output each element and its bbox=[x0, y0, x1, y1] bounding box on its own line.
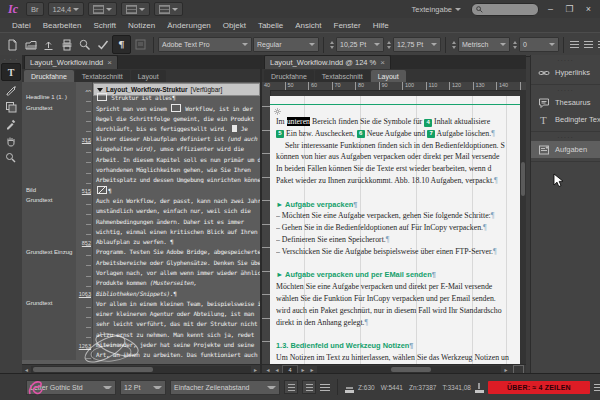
arrange-documents-dropdown[interactable] bbox=[154, 2, 183, 16]
type-tool[interactable]: T bbox=[1, 63, 21, 81]
menu-tabelle[interactable]: Tabelle bbox=[252, 21, 289, 30]
notes-tool[interactable] bbox=[2, 82, 20, 98]
document-page[interactable]: Im unteren Bereich finden Sie die Symbol… bbox=[270, 96, 520, 365]
notes-mode-button[interactable] bbox=[132, 36, 149, 53]
galley-content[interactable]: 40 Layout_Workflow-Struktur [Verfügbar] … bbox=[22, 82, 260, 365]
body-line[interactable]: direkt in den Anhang gelegt.¶ bbox=[276, 317, 520, 329]
tab-layout[interactable]: Layout bbox=[371, 70, 406, 82]
workspace-switcher[interactable]: Texteingabe bbox=[412, 5, 461, 14]
tracking-stepper[interactable] bbox=[511, 38, 518, 51]
body-line[interactable]: In beiden Fällen können Sie die Texte er… bbox=[276, 163, 520, 175]
panel-button-thesaurus[interactable]: Thesaurus bbox=[531, 94, 600, 111]
panel-button-bedingter-text[interactable]: TBedingter Text bbox=[531, 111, 600, 128]
position-tool[interactable] bbox=[2, 99, 20, 115]
menu-notizen[interactable]: Notizen bbox=[122, 21, 161, 30]
galley-line[interactable]: Headline 1 (1. ) Struktur ist alles¶ bbox=[22, 92, 260, 102]
close-tab-icon[interactable]: × bbox=[380, 58, 385, 67]
search-input[interactable] bbox=[471, 3, 539, 16]
kerning-select[interactable]: Metrisch bbox=[458, 37, 510, 52]
checkin-button[interactable] bbox=[40, 36, 57, 53]
menu-hilfe[interactable]: Hilfe bbox=[367, 21, 395, 30]
copyfit-menu-icon[interactable] bbox=[594, 384, 600, 391]
galley-line[interactable]: Grundtext EinzugProgramm. Testen Sie Ado… bbox=[22, 247, 260, 257]
body-line[interactable]: Sehr interessante Funktionen finden sich… bbox=[276, 140, 520, 152]
galley-line[interactable]: 1263miteinander, jeder hat seine Projekt… bbox=[22, 339, 260, 349]
panel-group-grip[interactable]: ····· bbox=[531, 134, 600, 141]
find-button[interactable] bbox=[76, 36, 93, 53]
tab-druckfahne[interactable]: Druckfahne bbox=[264, 70, 314, 82]
galley-line[interactable]: Arbeitsplatz und dessen Umgebung einrich… bbox=[22, 175, 260, 185]
next-page-button[interactable]: ► bbox=[299, 367, 307, 373]
body-line[interactable]: Paket wieder zu Ihnen zurückkommt. Abb. … bbox=[276, 175, 520, 187]
galley-line[interactable]: 852Ablaufplan zu werfen. ¶ bbox=[22, 236, 260, 246]
tab-druckfahne[interactable]: Druckfahne bbox=[24, 70, 74, 82]
galley-line[interactable]: Art, an ihnen zu arbeiten. Das funktioni… bbox=[22, 350, 260, 360]
font-size-stepper[interactable] bbox=[328, 38, 335, 51]
print-button[interactable] bbox=[58, 36, 75, 53]
font-style-select[interactable]: Regular bbox=[253, 37, 319, 52]
menu-änderungen[interactable]: Änderungen bbox=[161, 21, 217, 30]
menu-objekt[interactable]: Objekt bbox=[217, 21, 252, 30]
tab-textabschnitt[interactable]: Textabschnitt bbox=[75, 70, 130, 82]
layout-vertical-scrollbar[interactable] bbox=[520, 90, 526, 365]
body-line[interactable]: – Gehen Sie in die Bedienfeldoptionen au… bbox=[276, 222, 520, 234]
panel-grip[interactable]: · · · bbox=[4, 57, 18, 62]
align-center-button[interactable] bbox=[582, 38, 595, 51]
galley-line[interactable]: 1063Bibliotheken/Snippets).¶ bbox=[22, 288, 260, 298]
galley-line[interactable]: Rahmenbedingungen ändern. Daher ist es i… bbox=[22, 216, 260, 226]
line-numbers-toggle[interactable] bbox=[302, 380, 316, 394]
body-line[interactable]: Möchten Sie eine Aufgabe verpacken und d… bbox=[276, 281, 520, 293]
galley-line[interactable]: GrundtextVor allem in einem kleinen Team… bbox=[22, 298, 260, 308]
spellcheck-button[interactable] bbox=[94, 36, 111, 53]
restore-button[interactable]: ❐ bbox=[562, 3, 577, 15]
minimize-button[interactable]: – bbox=[543, 3, 558, 15]
panel-group-grip[interactable]: ····· bbox=[531, 57, 600, 64]
galley-marks-toggle[interactable] bbox=[284, 380, 298, 394]
document-tab[interactable]: Layout_Workflow.indd @ 124 %× bbox=[264, 55, 391, 69]
close-button[interactable]: × bbox=[581, 3, 596, 15]
hand-tool[interactable] bbox=[2, 133, 20, 149]
galley-line[interactable]: eingehalten wird), umso effizienter wird… bbox=[22, 144, 260, 154]
first-page-button[interactable]: ◄ bbox=[264, 367, 272, 373]
galley-line[interactable]: wichtig, einmal einen kritischen Blick a… bbox=[22, 226, 260, 236]
open-button[interactable] bbox=[22, 36, 39, 53]
menu-datei[interactable]: Datei bbox=[6, 21, 37, 30]
galley-line[interactable]: GrundtextAuch ein Workflow, der passt, k… bbox=[22, 195, 260, 205]
statusbar-leading-select[interactable]: Einfacher Zeilenabstand bbox=[170, 380, 280, 395]
align-right-button[interactable] bbox=[596, 38, 600, 51]
galley-line[interactable]: Bild515¶ bbox=[22, 185, 260, 195]
kerning-stepper[interactable] bbox=[450, 38, 457, 51]
heading-line[interactable]: ► Aufgabe verpacken¶ bbox=[276, 199, 520, 211]
last-page-button[interactable]: ► bbox=[308, 367, 316, 373]
panel-button-hyperlinks[interactable]: Hyperlinks bbox=[531, 64, 600, 81]
body-line[interactable]: können von hier aus Aufgaben verpacken o… bbox=[276, 151, 520, 163]
scroll-right-icon[interactable]: ► bbox=[502, 367, 510, 373]
font-size-select[interactable]: 10,25 Pt bbox=[336, 37, 384, 52]
galley-line[interactable]: allzu ernst zu nehmen. Man kennt sich ja… bbox=[22, 329, 260, 339]
galley-line[interactable]: 315klarer dieser Ablaufplan definiert is… bbox=[22, 133, 260, 143]
body-line[interactable]: 5 Ein bzw. Auschecken, 6 Neue Aufgabe un… bbox=[276, 128, 520, 140]
galley-line[interactable]: durchläuft, bis es fertiggestellt wird. … bbox=[22, 123, 260, 133]
galley-line[interactable]: vorhandenen Möglichkeiten gehen, wie Sie… bbox=[22, 164, 260, 174]
galley-line[interactable]: umständlich werden, einfach nur, weil si… bbox=[22, 206, 260, 216]
view-options-dropdown[interactable] bbox=[88, 2, 117, 16]
collapse-story-icon[interactable] bbox=[97, 88, 103, 92]
tracking-select[interactable]: 0 bbox=[519, 37, 559, 52]
body-line[interactable]: – Definieren Sie einen Speicherort.¶ bbox=[276, 234, 520, 246]
close-tab-icon[interactable]: × bbox=[107, 58, 112, 67]
galley-line[interactable]: einer kleineren Agentur oder Abteilung, … bbox=[22, 309, 260, 319]
align-left-button[interactable] bbox=[568, 38, 581, 51]
menu-ansicht[interactable]: Ansicht bbox=[289, 21, 327, 30]
screen-mode-dropdown[interactable] bbox=[121, 2, 150, 16]
body-line[interactable]: wählen Sie die Funktion Für InCopy verpa… bbox=[276, 293, 520, 305]
galley-line[interactable]: sehr leicht verführt, das mit der Strukt… bbox=[22, 319, 260, 329]
leading-select[interactable]: 12,75 Pt bbox=[393, 37, 441, 52]
statusbar-menu-icon[interactable] bbox=[320, 384, 330, 391]
tab-layout[interactable]: Layout bbox=[131, 70, 166, 82]
zoom-tool[interactable] bbox=[2, 150, 20, 166]
zoom-level-dropdown[interactable]: 124,4 bbox=[48, 2, 85, 16]
scroll-left-icon[interactable]: ◄ bbox=[22, 367, 31, 373]
heading-line[interactable]: ► Aufgabe verpacken und per EMail senden… bbox=[276, 269, 520, 281]
previous-page-button[interactable]: ◄ bbox=[273, 367, 281, 373]
scrollbar-thumb[interactable] bbox=[521, 162, 525, 196]
